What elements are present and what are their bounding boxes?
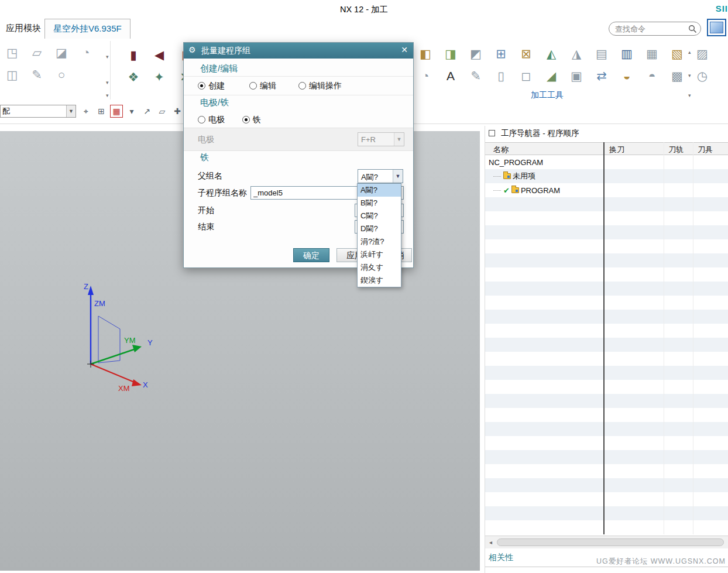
tab-application-module[interactable]: 应用模块 [2,18,44,39]
radio-create[interactable]: 创建 [198,81,225,91]
column-tool[interactable]: 刀具 [698,145,713,155]
paste-operation-icon[interactable]: ◩ [467,44,485,63]
copy-feature-icon[interactable]: ◫ [4,66,21,84]
dropdown-item[interactable]: 鍥涘す [358,274,401,287]
table-row-empty[interactable] [485,492,728,506]
column-divider[interactable] [603,142,605,534]
half-shade-icon[interactable]: ◒ [618,67,636,85]
pencil-icon[interactable]: ✎ [467,67,485,85]
create-geometry-icon[interactable]: ⊠ [517,44,535,63]
table-row-empty[interactable] [485,408,728,422]
mill-contour-icon[interactable]: ◧ [417,44,434,63]
clock-icon[interactable]: ◷ [693,67,711,85]
toolpath-list-icon[interactable]: ▨ [693,44,711,63]
table-row-empty[interactable] [485,324,728,338]
swap-icon[interactable]: ⇄ [593,67,610,85]
table-row-empty[interactable] [485,211,728,225]
wedge-icon[interactable]: ◪ [53,43,70,62]
table-row-empty[interactable] [485,394,728,408]
table-row-empty[interactable] [485,380,728,394]
tab-plugin[interactable]: 星空外挂V6.935F [44,19,131,39]
prism-icon[interactable]: ▱ [28,43,46,62]
corner-icon[interactable]: ◢ [542,67,560,85]
table-row-empty[interactable] [485,450,728,464]
table-row-empty[interactable] [485,422,728,436]
mug-icon[interactable]: ◔ [77,43,95,62]
table-row-empty[interactable] [485,310,728,324]
selection-scope-combobox[interactable]: 配 ▼ [0,105,76,118]
rewind-icon[interactable]: ◀ [150,46,168,64]
sheet-icon[interactable]: ▯ [492,67,510,85]
table-row-empty[interactable] [485,506,728,520]
table-row-empty[interactable] [485,436,728,450]
grid-snap-icon[interactable]: ⊞ [95,105,108,118]
table-row-empty[interactable] [485,464,728,478]
vector-icon[interactable]: ↗ [140,105,153,118]
layers-icon[interactable]: ▩ [668,67,686,85]
table-row-empty[interactable] [485,338,728,352]
post-process-icon[interactable]: ▥ [618,44,636,63]
chevron-down-icon[interactable]: ▼ [393,170,403,183]
dependencies-section-header[interactable]: 相关性 [489,553,513,563]
create-tool-icon[interactable]: ⊞ [492,44,510,63]
display-icon[interactable]: ◓ [643,67,661,85]
window-icon[interactable] [707,19,726,36]
copy-operation-icon[interactable]: ◨ [442,44,459,63]
table-row-empty[interactable] [485,197,728,211]
feeds-speeds-icon[interactable]: ▧ [668,44,686,63]
table-row-empty[interactable] [485,267,728,282]
machine-sim-icon[interactable]: ▤ [593,44,610,63]
dialog-titlebar[interactable]: ⚙ 批量建程序组 ✕ [184,43,413,59]
column-tool-change[interactable]: 换刀 [609,145,624,155]
table-row-empty[interactable] [485,225,728,239]
table-row[interactable]: NC_PROGRAM [485,155,728,169]
table-row-empty[interactable] [485,366,728,380]
column-toolpath[interactable]: 刀轨 [668,145,684,155]
parent-group-combobox[interactable]: A閫? ▼ [358,169,403,183]
verify-path-icon[interactable]: ◮ [568,44,585,63]
grid-icon[interactable]: ▣ [568,67,585,85]
group-more-icon[interactable]: ▾ [106,80,109,85]
dropdown-item[interactable]: 涓夊す [358,261,401,274]
search-input[interactable] [615,23,685,34]
snap-point-icon[interactable]: ⌖ [80,105,92,118]
table-row-empty[interactable] [485,352,728,366]
brush-icon[interactable]: ✎ [28,66,46,84]
point-icon[interactable]: ✚ [171,105,184,118]
horizontal-scrollbar[interactable]: ◂ [485,536,728,548]
dropdown-item[interactable]: 浜屽す [358,248,401,261]
shop-doc-icon[interactable]: ▦ [643,44,661,63]
star-tool-icon[interactable]: ✦ [150,68,168,87]
create-program-icon[interactable]: ▮ [125,46,142,64]
ok-button[interactable]: 确定 [293,248,329,262]
group-more-icon[interactable]: ▾ [106,92,109,98]
plane-filter-icon[interactable]: ▱ [156,105,169,118]
measure-icon[interactable]: ◔ [417,67,434,85]
ring-icon[interactable]: ○ [53,66,70,84]
radio-electrode[interactable]: 电极 [198,115,225,125]
radio-edit[interactable]: 编辑 [249,81,276,91]
chevron-down-icon[interactable]: ▼ [66,105,75,117]
group-more-icon[interactable]: ▾ [106,54,109,60]
table-row[interactable]: 未用项 [485,169,728,183]
scrollbar-thumb[interactable] [497,538,724,546]
dropdown-item[interactable]: C閫? [358,210,401,222]
dropdown-item[interactable]: 涓?渣? [358,235,401,248]
cube-icon[interactable]: ◳ [4,43,21,62]
dropdown-item[interactable]: D閫? [358,222,401,235]
diamond-tool-icon[interactable]: ❖ [125,68,142,87]
close-icon[interactable]: ✕ [401,45,408,54]
table-row-empty[interactable] [485,478,728,492]
ribbon-collapse-icon[interactable]: ▾ [688,73,691,78]
table-row-empty[interactable] [485,282,728,296]
dropdown-item[interactable]: B閫? [358,197,401,210]
color-filter-icon[interactable]: ▦ [110,105,123,118]
table-row-empty[interactable] [485,253,728,267]
column-name[interactable]: 名称 [493,145,509,155]
scroll-left-icon[interactable]: ◂ [486,538,495,547]
dropdown-item[interactable]: A閫? [358,184,401,197]
table-row-empty[interactable] [485,520,728,534]
table-row-empty[interactable] [485,239,728,253]
generate-path-icon[interactable]: ◭ [542,44,560,63]
radio-iron[interactable]: 铁 [242,115,261,125]
